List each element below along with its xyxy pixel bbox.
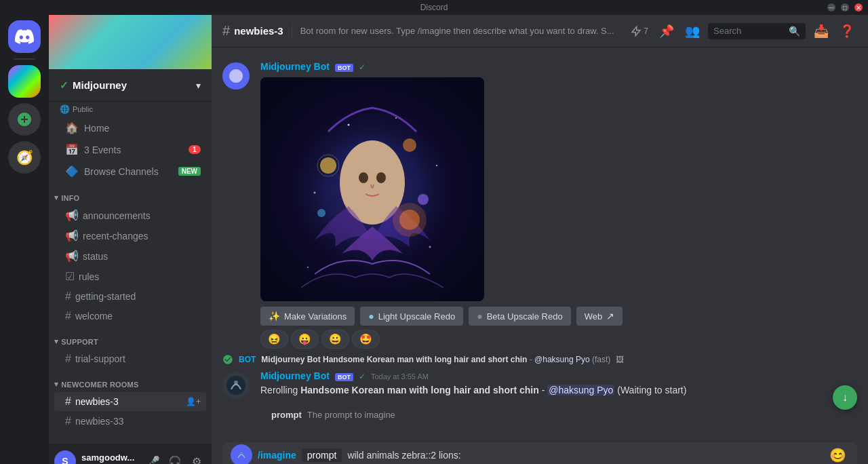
reaction-btn-4[interactable]: 🤩: [352, 330, 380, 349]
events-icon: 📅: [65, 143, 79, 156]
input-avatar: [231, 444, 252, 464]
category-chevron-icon: ▾: [54, 193, 58, 202]
emoji-button[interactable]: 😊: [827, 444, 849, 464]
command-prefix: /imagine: [258, 450, 296, 461]
channel-item-recent-changes[interactable]: 📢 recent-changes: [54, 226, 206, 246]
svg-point-14: [314, 192, 316, 194]
bot-author-2: Midjourney Bot: [260, 370, 330, 381]
beta-upscale-icon: ●: [477, 311, 482, 322]
svg-point-15: [436, 165, 437, 166]
rules-icon: ☑: [65, 270, 75, 283]
prompt-label: prompt: [271, 410, 302, 420]
scroll-to-bottom-button[interactable]: ↓: [833, 385, 857, 410]
svg-point-6: [317, 209, 326, 217]
explore-button[interactable]: 🧭: [8, 141, 41, 174]
main-content: # newbies-3 Bot room for new users. Type…: [212, 15, 868, 464]
light-upscale-icon: ●: [368, 311, 374, 322]
light-upscale-redo-button[interactable]: ● Light Upscale Redo: [360, 307, 463, 326]
message-header-2: Midjourney Bot BOT ✓ Today at 3:55 AM: [260, 370, 857, 381]
svg-point-16: [429, 246, 431, 248]
action-buttons-row: ✨ Make Variations ● Light Upscale Redo ●…: [260, 307, 857, 326]
bot-badge-2: BOT: [335, 373, 353, 381]
server-divider: [14, 58, 35, 60]
channel-item-getting-started[interactable]: # getting-started: [54, 287, 206, 306]
svg-point-9: [376, 172, 386, 183]
prompt-hint-text: The prompt to imagine: [307, 410, 395, 420]
titlebar: Discord ─ □ ✕: [0, 0, 868, 15]
deafen-button[interactable]: 🎧: [165, 452, 184, 464]
verified-icon-1: ✓: [359, 62, 366, 72]
hash-icon-3: #: [65, 353, 71, 365]
mute-button[interactable]: 🎤: [144, 452, 163, 464]
user-area: S samgoodw... #1598 🎤 🎧 ⚙: [49, 444, 212, 464]
explore-servers-button[interactable]: [8, 103, 41, 136]
category-info[interactable]: ▾ INFO: [49, 182, 212, 205]
lock-icon: 🌐: [60, 104, 70, 114]
help-button[interactable]: ❓: [837, 21, 857, 41]
inbox-button[interactable]: 📥: [811, 21, 831, 41]
prompt-hint: prompt The prompt to imagine: [260, 407, 857, 420]
message-preview-text: Midjourney Bot Handsome Korean man with …: [261, 355, 610, 364]
channel-sidebar: ✓ Midjourney ▾ 🌐 Public 🏠 Home 📅 3 Event…: [49, 15, 212, 464]
reaction-btn-1[interactable]: 😖: [260, 330, 288, 349]
category-chevron-icon-2: ▾: [54, 337, 58, 346]
channel-item-newbies-33[interactable]: # newbies-33: [54, 412, 206, 431]
settings-button[interactable]: ⚙: [187, 452, 206, 464]
browse-channels-badge: NEW: [178, 167, 201, 176]
reaction-btn-2[interactable]: 😛: [291, 330, 319, 349]
midjourney-server-icon[interactable]: [8, 65, 41, 98]
close-button[interactable]: ✕: [854, 3, 863, 12]
discord-home-button[interactable]: [8, 20, 41, 53]
chevron-down-icon: ↓: [842, 391, 848, 404]
server-banner: [49, 15, 212, 69]
dash-separator: -: [542, 385, 548, 395]
message-group-1: Midjourney Bot BOT ✓: [212, 58, 868, 351]
channel-item-welcome[interactable]: # welcome: [54, 307, 206, 326]
category-support[interactable]: ▾ SUPPORT: [49, 326, 212, 349]
messages-area[interactable]: Midjourney Bot BOT ✓: [212, 47, 868, 442]
search-input[interactable]: [713, 26, 785, 36]
svg-point-12: [348, 124, 350, 126]
minimize-button[interactable]: ─: [827, 3, 835, 12]
channel-topic: Bot room for new users. Type /imagine th…: [300, 26, 623, 36]
home-nav-item[interactable]: 🏠 Home: [54, 117, 206, 138]
verified-icon-2: ✓: [359, 372, 366, 381]
maximize-button[interactable]: □: [841, 3, 849, 12]
svg-point-19: [234, 381, 238, 385]
hash-icon-1: #: [65, 290, 71, 303]
server-header[interactable]: ✓ Midjourney ▾: [49, 69, 212, 102]
message-content-2: Midjourney Bot BOT ✓ Today at 3:55 AM Re…: [260, 370, 857, 399]
prompt-hint-area: prompt The prompt to imagine: [212, 402, 868, 423]
pin-button[interactable]: 📌: [656, 21, 677, 41]
image-icon: 🖼: [616, 355, 624, 364]
events-nav-item[interactable]: 📅 3 Events 1: [54, 139, 206, 160]
members-button[interactable]: 7: [627, 22, 651, 40]
message-text-2: Rerolling Handsome Korean man with long …: [260, 384, 857, 398]
svg-point-8: [359, 172, 368, 183]
events-badge: 1: [189, 145, 201, 154]
verified-icon: ✓: [60, 79, 68, 92]
message-input[interactable]: [347, 442, 821, 464]
channel-item-rules[interactable]: ☑ rules: [54, 267, 206, 286]
browse-channels-nav-item[interactable]: 🔷 Browse Channels NEW: [54, 161, 206, 182]
channel-item-announcements[interactable]: 📢 announcements: [54, 206, 206, 225]
channel-header: # newbies-3 Bot room for new users. Type…: [212, 15, 868, 47]
mention-label: @haksung Pyo: [547, 385, 614, 395]
bot-verified-label: BOT: [239, 355, 256, 364]
channel-item-trial-support[interactable]: # trial-support: [54, 349, 206, 368]
beta-upscale-redo-button[interactable]: ● Beta Upscale Redo: [469, 307, 570, 326]
announcement-icon: 📢: [65, 209, 79, 222]
search-box[interactable]: 🔍: [708, 23, 806, 39]
user-controls: 🎤 🎧 ⚙: [144, 452, 206, 464]
hash-icon-4: #: [65, 395, 71, 408]
channel-item-newbies-3[interactable]: # newbies-3 👤+: [54, 392, 206, 411]
channel-item-status[interactable]: 📢 status: [54, 246, 206, 266]
svg-point-3: [320, 157, 336, 174]
check-circle-icon: [222, 354, 233, 365]
web-button[interactable]: Web ↗: [576, 307, 623, 326]
reaction-btn-3[interactable]: 😀: [321, 330, 349, 349]
server-public-label: 🌐 Public: [49, 102, 212, 117]
members-list-button[interactable]: 👥: [682, 21, 703, 41]
category-newcomer[interactable]: ▾ NEWCOMER ROOMS: [49, 369, 212, 391]
make-variations-button[interactable]: ✨ Make Variations: [260, 307, 355, 326]
